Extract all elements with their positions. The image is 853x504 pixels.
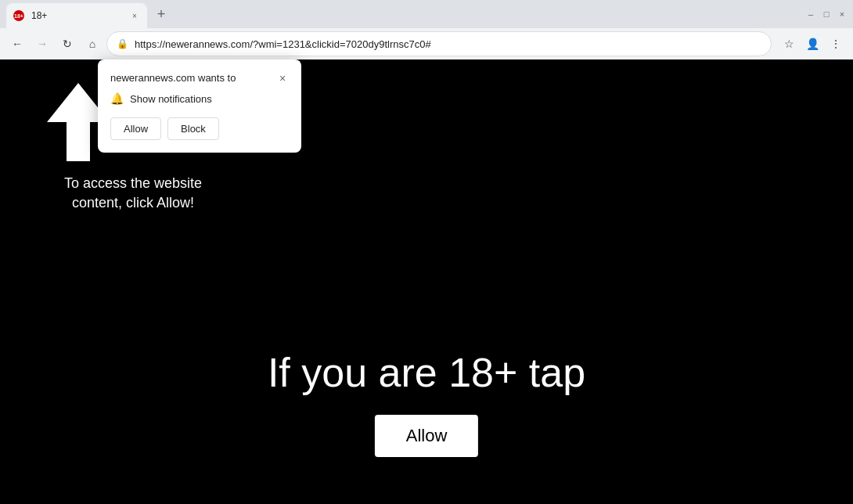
window-controls: – □ × [806,9,847,19]
refresh-button[interactable]: ↻ [56,33,78,55]
popup-permission-row: 🔔 Show notifications [110,92,289,105]
maximize-button[interactable]: □ [822,9,831,19]
allow-button[interactable]: Allow [375,415,479,457]
minimize-button[interactable]: – [806,9,815,19]
popup-buttons: Allow Block [110,117,289,140]
close-button[interactable]: × [837,9,847,19]
instruction-text: To access the website content, click All… [47,174,219,213]
menu-button[interactable]: ⋮ [825,33,847,55]
nav-actions: ☆ 👤 ⋮ [778,33,847,55]
back-button[interactable]: ← [6,33,28,55]
bottom-section: If you are 18+ tap Allow [268,349,585,457]
tab-close-button[interactable]: × [128,9,141,22]
profile-button[interactable]: 👤 [801,33,823,55]
navigation-bar: ← → ↻ ⌂ 🔒 https://newerannews.com/?wmi=1… [0,28,853,59]
lock-icon: 🔒 [117,38,128,49]
popup-permission-text: Show notifications [130,93,212,105]
url-text: https://newerannews.com/?wmi=1231&clicki… [135,38,761,50]
active-tab[interactable]: 18+ 18+ × [6,3,147,28]
popup-header: newerannews.com wants to × [110,72,289,85]
tab-title: 18+ [31,10,122,21]
home-button[interactable]: ⌂ [81,33,103,55]
new-tab-button[interactable]: + [150,3,172,25]
big-text: If you are 18+ tap [268,349,585,396]
bell-icon: 🔔 [110,92,124,105]
popup-block-button[interactable]: Block [167,117,219,140]
tab-bar: 18+ 18+ × + [6,2,803,27]
tab-favicon-icon: 18+ [13,10,24,21]
popup-allow-button[interactable]: Allow [110,117,161,140]
address-bar[interactable]: 🔒 https://newerannews.com/?wmi=1231&clic… [106,31,772,56]
tab-favicon: 18+ [13,9,25,22]
popup-title: newerannews.com wants to [110,72,236,84]
bookmark-button[interactable]: ☆ [778,33,800,55]
browser-window: 18+ 18+ × + – □ × ← [0,0,853,504]
forward-button[interactable]: → [31,33,53,55]
title-bar: 18+ 18+ × + – □ × [0,0,853,28]
notification-popup: newerannews.com wants to × 🔔 Show notifi… [98,59,301,153]
popup-close-button[interactable]: × [276,72,289,85]
